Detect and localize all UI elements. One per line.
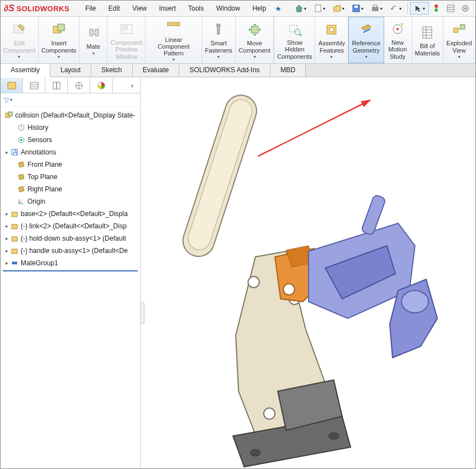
menu-window[interactable]: Window bbox=[211, 2, 246, 15]
ribbon-bom[interactable]: Bill ofMaterials bbox=[412, 17, 444, 63]
new-button[interactable]: ▾ bbox=[310, 2, 329, 15]
tree-label: History bbox=[27, 124, 48, 132]
history-icon bbox=[16, 124, 26, 132]
save-button[interactable]: ▾ bbox=[348, 2, 367, 15]
svg-line-58 bbox=[19, 201, 22, 204]
plane-icon bbox=[16, 185, 26, 193]
svg-rect-64 bbox=[185, 97, 255, 253]
tree-item-link[interactable]: ▸ (-) link<2> (Default<<Default>_Disp bbox=[1, 220, 140, 232]
tab-addins[interactable]: SOLIDWORKS Add-Ins bbox=[179, 64, 270, 77]
annotations-icon: A bbox=[10, 148, 20, 156]
tree-label: (-) hold-down sub-assy<1> (Default bbox=[21, 234, 126, 242]
svg-rect-19 bbox=[176, 22, 180, 26]
options-button[interactable] bbox=[444, 2, 458, 15]
svg-point-11 bbox=[464, 7, 466, 10]
svg-point-73 bbox=[402, 290, 428, 313]
tree-label: Origin bbox=[27, 198, 45, 205]
expand-icon[interactable]: ▸ bbox=[4, 260, 10, 266]
feature-tree: collision (Default<Default_Display State… bbox=[1, 107, 140, 271]
expand-icon[interactable]: ▸ bbox=[4, 223, 10, 229]
pin-icon[interactable]: ★ bbox=[275, 4, 282, 13]
part-icon bbox=[10, 234, 20, 242]
tab-layout[interactable]: Layout bbox=[50, 64, 91, 77]
panel-tab-dim[interactable] bbox=[68, 78, 90, 93]
svg-point-68 bbox=[250, 449, 260, 456]
menu-bar: File Edit View Insert Tools Window Help bbox=[80, 2, 272, 15]
tab-mbd[interactable]: MBD bbox=[270, 64, 306, 77]
ribbon-mate[interactable]: Mate ▾ bbox=[80, 17, 108, 63]
ribbon-new-motion[interactable]: NewMotionStudy bbox=[384, 17, 412, 63]
tree-item-sensors[interactable]: Sensors bbox=[1, 134, 140, 146]
ribbon-component-preview[interactable]: ComponentPreviewWindow bbox=[108, 17, 146, 63]
menu-edit[interactable]: Edit bbox=[102, 2, 125, 15]
menu-insert[interactable]: Insert bbox=[153, 2, 181, 15]
print-button[interactable]: ▾ bbox=[367, 2, 386, 15]
expand-icon[interactable]: ▸ bbox=[4, 236, 10, 241]
ribbon-linear-pattern[interactable]: Linear ComponentPattern ▾ bbox=[146, 17, 202, 63]
svg-point-5 bbox=[435, 4, 438, 8]
tab-sketch[interactable]: Sketch bbox=[91, 64, 133, 77]
tree-root[interactable]: collision (Default<Default_Display State… bbox=[1, 109, 140, 121]
ribbon-move-component[interactable]: MoveComponent ▾ bbox=[236, 17, 274, 63]
ribbon-show-hidden[interactable]: ShowHiddenComponents bbox=[274, 17, 315, 63]
menu-help[interactable]: Help bbox=[247, 2, 272, 15]
tree-item-handle[interactable]: ▸ (-) handle sub-assy<1> (Default<De bbox=[1, 245, 140, 257]
svg-rect-14 bbox=[58, 24, 64, 31]
expand-icon[interactable]: ▸ bbox=[4, 211, 10, 217]
expand-icon[interactable]: ▸ bbox=[4, 248, 10, 254]
quick-access-toolbar: ▾ ▾ ▾ ▾ ▾ ▾ ▾ bbox=[291, 2, 473, 15]
undo-button[interactable]: ▾ bbox=[386, 2, 405, 15]
tree-item-origin[interactable]: Origin bbox=[1, 195, 140, 208]
tree-item-history[interactable]: History bbox=[1, 121, 140, 134]
select-button[interactable]: ▾ bbox=[410, 2, 429, 15]
ribbon-insert-components[interactable]: InsertComponents ▾ bbox=[39, 17, 80, 63]
graphics-viewport[interactable]: Plane Axis Coordinate System Point Cente… bbox=[141, 78, 475, 468]
svg-point-70 bbox=[283, 284, 295, 295]
svg-rect-16 bbox=[123, 26, 127, 30]
filter-icon[interactable]: ▽ bbox=[4, 96, 9, 104]
panel-tab-more[interactable]: › bbox=[124, 78, 140, 93]
traffic-light-icon[interactable] bbox=[429, 2, 444, 15]
panel-splitter[interactable] bbox=[141, 302, 144, 324]
menu-file[interactable]: File bbox=[80, 2, 101, 15]
tree-item-mategroup[interactable]: ▸ MateGroup1 bbox=[1, 257, 140, 269]
menu-tools[interactable]: Tools bbox=[183, 2, 209, 15]
annotation-arrow bbox=[253, 95, 376, 162]
ribbon-label: MoveComponent bbox=[239, 40, 270, 53]
svg-rect-4 bbox=[374, 5, 377, 7]
tree-item-top-plane[interactable]: Top Plane bbox=[1, 171, 140, 183]
logo-ds: ∂S bbox=[4, 3, 15, 13]
panel-tab-appearance[interactable] bbox=[90, 78, 113, 93]
ribbon-assembly-features[interactable]: AssemblyFeatures ▾ bbox=[315, 17, 348, 63]
svg-point-69 bbox=[329, 433, 339, 439]
svg-point-65 bbox=[248, 276, 259, 288]
menu-view[interactable]: View bbox=[127, 2, 152, 15]
ribbon-label: ExplodedView bbox=[446, 40, 472, 53]
ribbon-label: SmartFasteners bbox=[205, 40, 232, 53]
expand-icon[interactable]: ▸ bbox=[4, 149, 10, 155]
tab-evaluate[interactable]: Evaluate bbox=[133, 64, 180, 77]
tree-item-right-plane[interactable]: Right Plane bbox=[1, 183, 140, 195]
panel-tab-feature-tree[interactable] bbox=[1, 78, 23, 93]
panel-tab-property[interactable] bbox=[23, 78, 45, 93]
tree-item-annotations[interactable]: ▸A Annotations bbox=[1, 146, 140, 158]
svg-rect-22 bbox=[251, 26, 258, 33]
tree-item-front-plane[interactable]: Front Plane bbox=[1, 158, 140, 171]
home-button[interactable]: ▾ bbox=[291, 2, 310, 15]
feature-manager-panel: › ▽ ▾ collision (Default<Default_Display… bbox=[1, 78, 141, 468]
panel-tabs: › bbox=[1, 78, 140, 93]
tree-item-base[interactable]: ▸ base<2> (Default<<Default>_Displa bbox=[1, 208, 140, 220]
ribbon-smart-fasteners[interactable]: SmartFasteners ▾ bbox=[202, 17, 236, 63]
tab-assembly[interactable]: Assembly bbox=[1, 64, 50, 77]
ribbon-edit-component[interactable]: EditComponent ▾ bbox=[1, 17, 39, 63]
tree-label: (-) link<2> (Default<<Default>_Disp bbox=[21, 222, 127, 230]
open-button[interactable]: ▾ bbox=[329, 2, 348, 15]
tree-item-holddown[interactable]: ▸ (-) hold-down sub-assy<1> (Default bbox=[1, 232, 140, 245]
settings-button[interactable] bbox=[458, 2, 473, 15]
panel-tab-config[interactable] bbox=[45, 78, 68, 93]
svg-rect-61 bbox=[12, 237, 17, 241]
ribbon-reference-geometry[interactable]: ReferenceGeometry ▾ bbox=[348, 17, 384, 63]
ribbon-label: ReferenceGeometry bbox=[352, 40, 381, 53]
ribbon: EditComponent ▾ InsertComponents ▾ Mate … bbox=[1, 17, 475, 64]
ribbon-exploded-view[interactable]: ExplodedView ▾ bbox=[444, 17, 475, 63]
